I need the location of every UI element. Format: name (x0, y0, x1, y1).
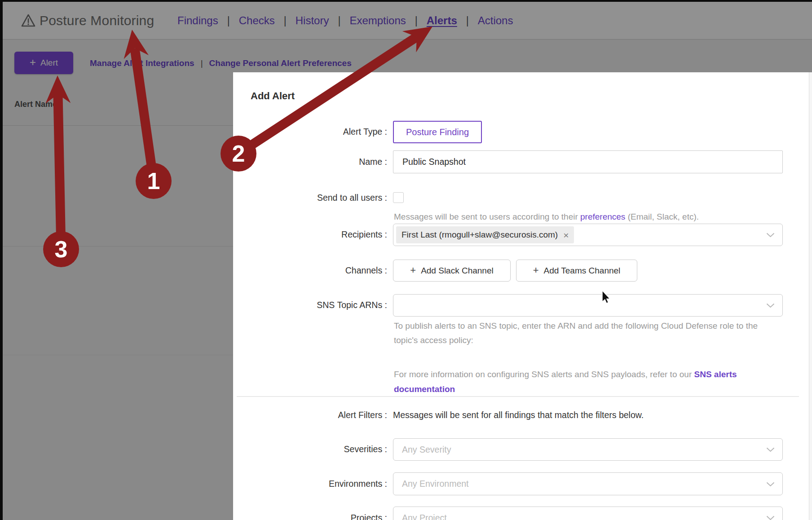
environments-select[interactable]: Any Environment (393, 472, 783, 495)
severities-select[interactable]: Any Severity (393, 438, 783, 461)
recipient-tag-label: First Last (rmogull+slaw@securosis.com) (402, 230, 558, 240)
add-slack-channel-button[interactable]: + Add Slack Channel (393, 260, 511, 282)
projects-label: Projects : (233, 513, 387, 520)
name-input[interactable] (393, 150, 783, 173)
remove-recipient-icon[interactable]: × (563, 230, 569, 240)
sns-docs-note: For more information on configuring SNS … (394, 367, 776, 397)
projects-select[interactable]: Any Project (393, 507, 783, 520)
environments-placeholder: Any Environment (393, 479, 469, 489)
recipient-tag: First Last (rmogull+slaw@securosis.com) … (396, 226, 574, 243)
chevron-down-icon (766, 516, 775, 520)
severities-placeholder: Any Severity (393, 445, 451, 455)
scrollbar-track[interactable] (809, 72, 812, 520)
name-label: Name : (233, 157, 387, 167)
send-to-all-users-label: Send to all users : (233, 193, 387, 203)
recipients-multiselect[interactable]: First Last (rmogull+slaw@securosis.com) … (393, 224, 783, 246)
alert-type-label: Alert Type : (233, 127, 387, 137)
alert-filters-note: Messages will be sent for all findings t… (393, 410, 644, 420)
add-teams-channel-button[interactable]: + Add Teams Channel (516, 260, 637, 282)
chevron-down-icon (766, 233, 775, 238)
chevron-down-icon (766, 303, 775, 308)
send-to-all-users-checkbox[interactable] (393, 192, 404, 203)
sns-topic-arns-select[interactable] (393, 294, 783, 317)
recipients-note: Messages will be sent to users according… (394, 212, 699, 222)
channels-label: Channels : (233, 265, 387, 276)
sns-help-text: To publish alerts to an SNS topic, enter… (394, 319, 776, 348)
preferences-link[interactable]: preferences (580, 212, 625, 221)
section-divider (237, 396, 799, 397)
dialog-title: Add Alert (251, 90, 295, 102)
alert-filters-label: Alert Filters : (233, 410, 387, 420)
recipients-label: Recipients : (233, 229, 387, 240)
sns-topic-arns-label: SNS Topic ARNs : (233, 300, 387, 310)
alert-type-posture-finding-button[interactable]: Posture Finding (393, 121, 482, 143)
chevron-down-icon (766, 447, 775, 452)
chevron-down-icon (766, 482, 775, 487)
projects-placeholder: Any Project (393, 513, 447, 520)
plus-icon: + (533, 264, 539, 276)
add-alert-dialog: Add Alert Alert Type : Posture Finding N… (233, 72, 812, 520)
plus-icon: + (410, 264, 416, 276)
severities-label: Severities : (233, 444, 387, 454)
environments-label: Environments : (233, 479, 387, 489)
